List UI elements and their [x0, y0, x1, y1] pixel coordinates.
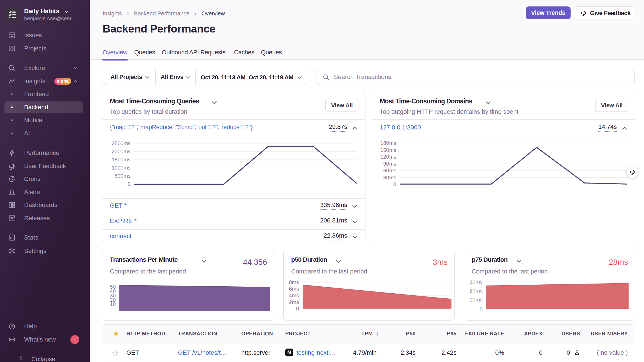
svg-text:150ms: 150ms	[380, 147, 396, 153]
svg-text:30ms: 30ms	[470, 280, 483, 285]
svg-text:90ms: 90ms	[383, 161, 396, 167]
svg-text:60ms: 60ms	[383, 168, 396, 173]
svg-text:10ms: 10ms	[470, 297, 483, 303]
svg-text:6ms: 6ms	[289, 286, 299, 292]
svg-text:10: 10	[110, 301, 116, 307]
svg-text:4ms: 4ms	[289, 293, 299, 298]
svg-text:180ms: 180ms	[380, 140, 396, 146]
svg-text:120ms: 120ms	[380, 154, 396, 160]
svg-text:2000ms: 2000ms	[112, 148, 131, 154]
svg-text:8ms: 8ms	[289, 280, 299, 285]
svg-text:0: 0	[128, 181, 131, 187]
svg-text:2ms: 2ms	[289, 299, 299, 305]
svg-text:0: 0	[479, 306, 483, 312]
svg-text:0: 0	[393, 181, 396, 187]
svg-text:500ms: 500ms	[115, 173, 131, 179]
svg-text:0: 0	[296, 306, 299, 312]
svg-text:30ms: 30ms	[383, 175, 396, 180]
svg-text:2500ms: 2500ms	[112, 140, 131, 146]
svg-text:1500ms: 1500ms	[112, 157, 131, 163]
svg-text:20ms: 20ms	[470, 288, 483, 294]
svg-text:1000ms: 1000ms	[112, 165, 131, 171]
